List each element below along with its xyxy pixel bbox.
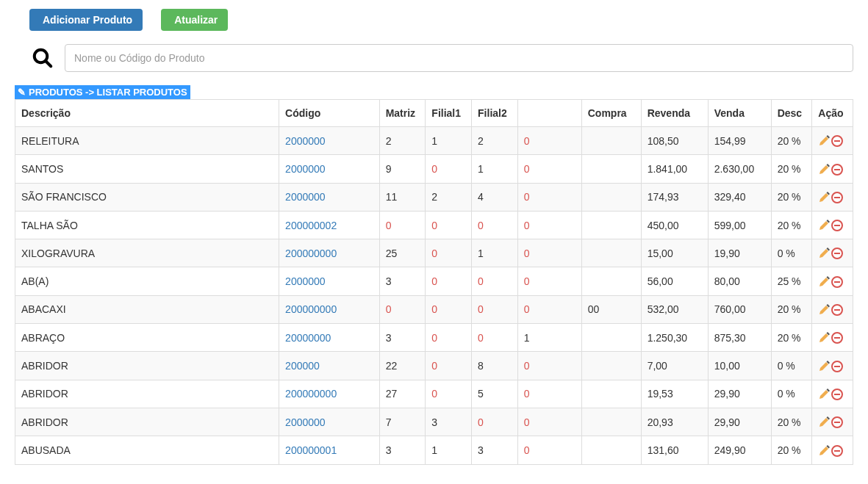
cell-codigo: 2000000	[279, 267, 380, 295]
delete-icon[interactable]	[831, 276, 843, 288]
cell-revenda: 15,00	[641, 239, 708, 267]
search-input[interactable]	[65, 44, 853, 72]
delete-icon[interactable]	[831, 192, 843, 203]
codigo-link[interactable]: 200000002	[285, 220, 337, 231]
cell-filial2: 0	[472, 211, 518, 239]
cell-matriz: 27	[379, 380, 426, 408]
th-desc: Desc	[771, 100, 812, 127]
cell-desc: 20 %	[771, 155, 812, 183]
table-row: SANTOS200000090101.841,002.630,0020 %	[15, 155, 853, 183]
codigo-link[interactable]: 2000000	[285, 275, 326, 287]
add-product-button[interactable]: Adicionar Produto	[29, 9, 143, 31]
codigo-link[interactable]: 2000000	[285, 416, 326, 428]
table-row: SÃO FRANCISCO200000011240174,93329,4020 …	[15, 183, 853, 211]
delete-icon[interactable]	[831, 332, 843, 344]
cell-filial2: 2	[472, 127, 518, 155]
delete-icon[interactable]	[831, 164, 843, 176]
cell-filial1: 0	[426, 211, 472, 239]
edit-icon[interactable]	[818, 361, 830, 372]
table-row: ABRIDOR2000000730020,9329,9020 %	[15, 408, 853, 436]
codigo-link[interactable]: 200000001	[285, 444, 337, 456]
svg-rect-25	[834, 450, 840, 452]
cell-matriz: 11	[379, 183, 426, 211]
edit-icon[interactable]	[818, 135, 830, 147]
cell-venda: 80,00	[708, 267, 771, 295]
delete-icon[interactable]	[831, 135, 843, 147]
codigo-link[interactable]: 200000	[285, 360, 320, 372]
cell-acao	[812, 380, 853, 408]
cell-blank: 0	[517, 352, 581, 380]
edit-icon[interactable]	[818, 332, 830, 344]
edit-icon[interactable]	[818, 276, 830, 288]
cell-codigo: 2000000	[279, 183, 380, 211]
cell-acao	[812, 155, 853, 183]
cell-filial1: 0	[426, 267, 472, 295]
codigo-link[interactable]: 2000000	[285, 135, 326, 147]
cell-descricao: XILOGRAVURA	[15, 239, 279, 267]
th-filial2: Filial2	[472, 100, 518, 127]
th-matriz: Matriz	[379, 100, 426, 127]
codigo-link[interactable]: 200000000	[285, 248, 337, 259]
edit-icon[interactable]	[818, 304, 830, 316]
cell-desc: 0 %	[771, 239, 812, 267]
delete-icon[interactable]	[831, 416, 843, 428]
search-icon	[29, 45, 56, 71]
edit-icon[interactable]	[818, 164, 830, 176]
cell-matriz: 2	[379, 127, 426, 155]
cell-matriz: 9	[379, 155, 426, 183]
svg-rect-3	[834, 140, 840, 142]
cell-venda: 249,90	[708, 436, 771, 464]
codigo-link[interactable]: 2000000	[285, 163, 326, 175]
cell-compra	[581, 155, 641, 183]
refresh-button[interactable]: Atualizar	[161, 9, 228, 31]
delete-icon[interactable]	[831, 361, 843, 372]
toolbar: Adicionar Produto Atualizar	[29, 9, 853, 31]
codigo-link[interactable]: 2000000	[285, 191, 326, 203]
delete-icon[interactable]	[831, 304, 843, 316]
cell-acao	[812, 183, 853, 211]
codigo-link[interactable]: 20000000	[285, 332, 331, 344]
codigo-link[interactable]: 200000000	[285, 303, 337, 315]
cell-revenda: 450,00	[641, 211, 708, 239]
edit-icon[interactable]	[818, 445, 830, 457]
cell-venda: 599,00	[708, 211, 771, 239]
codigo-link[interactable]: 200000000	[285, 388, 337, 400]
cell-filial1: 0	[426, 295, 472, 323]
th-codigo: Código	[279, 100, 380, 127]
table-row: TALHA SÃO2000000020000450,00599,0020 %	[15, 211, 853, 239]
delete-icon[interactable]	[831, 389, 843, 400]
cell-codigo: 200000002	[279, 211, 380, 239]
cell-codigo: 200000000	[279, 239, 380, 267]
edit-icon[interactable]	[818, 192, 830, 203]
breadcrumb-text: PRODUTOS -> LISTAR PRODUTOS	[29, 87, 187, 98]
cell-descricao: ABRIDOR	[15, 380, 279, 408]
cell-blank: 0	[517, 155, 581, 183]
edit-icon[interactable]	[818, 248, 830, 259]
cell-filial1: 0	[426, 324, 472, 352]
breadcrumb[interactable]: ✎PRODUTOS -> LISTAR PRODUTOS	[15, 85, 190, 99]
cell-filial2: 4	[472, 183, 518, 211]
cell-revenda: 20,93	[641, 408, 708, 436]
cell-blank: 1	[517, 324, 581, 352]
cell-acao	[812, 436, 853, 464]
edit-icon[interactable]	[818, 220, 830, 231]
cell-descricao: RELEITURA	[15, 127, 279, 155]
cell-descricao: ABRAÇO	[15, 324, 279, 352]
cell-revenda: 174,93	[641, 183, 708, 211]
cell-blank: 0	[517, 380, 581, 408]
cell-compra	[581, 324, 641, 352]
edit-icon[interactable]	[818, 416, 830, 428]
th-venda: Venda	[708, 100, 771, 127]
cell-compra	[581, 380, 641, 408]
cell-filial1: 2	[426, 183, 472, 211]
cell-matriz: 0	[379, 295, 426, 323]
edit-icon[interactable]	[818, 389, 830, 400]
cell-desc: 20 %	[771, 324, 812, 352]
delete-icon[interactable]	[831, 445, 843, 457]
delete-icon[interactable]	[831, 220, 843, 231]
th-blank	[517, 100, 581, 127]
delete-icon[interactable]	[831, 248, 843, 259]
cell-filial1: 1	[426, 127, 472, 155]
cell-acao	[812, 239, 853, 267]
cell-descricao: TALHA SÃO	[15, 211, 279, 239]
